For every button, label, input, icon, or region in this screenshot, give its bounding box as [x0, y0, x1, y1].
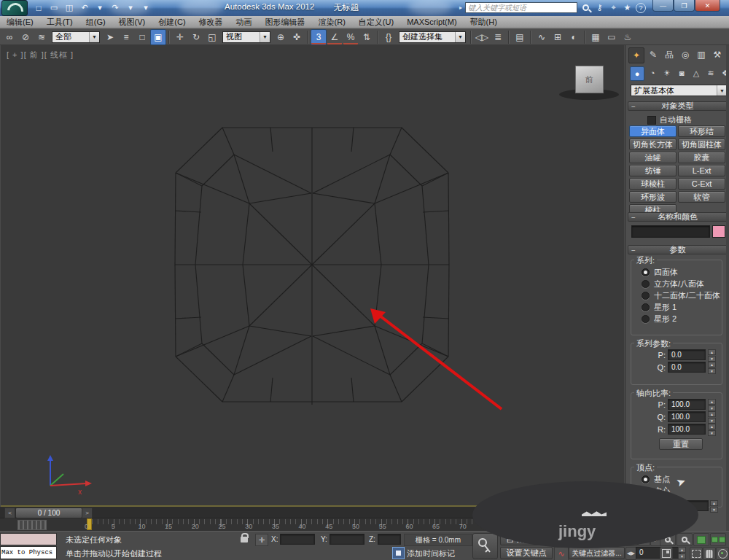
family-radio-0[interactable]	[642, 268, 650, 276]
qat-customize-icon[interactable]: ▾	[139, 1, 152, 14]
spinner-up-icon[interactable]: ▲	[708, 411, 716, 417]
use-pivot-point-center-icon[interactable]: ⊕	[273, 29, 289, 45]
redo-icon[interactable]: ↷	[109, 1, 122, 14]
family-radio-4[interactable]	[642, 315, 650, 323]
family-radio-3[interactable]	[642, 303, 650, 311]
family-option-2[interactable]: 十二面体/二十面体	[631, 289, 722, 301]
chevron-down-icon[interactable]: ▼	[260, 32, 270, 42]
select-object-icon[interactable]: ➤	[102, 29, 118, 45]
subtab-lights[interactable]: ☀	[660, 66, 674, 79]
reference-coordinate-system-dropdown[interactable]: 视图▼	[222, 31, 270, 43]
communication-center-icon[interactable]: ⌖	[608, 2, 619, 13]
axis-field-0[interactable]: 100.0	[668, 399, 706, 410]
spinner-down-icon[interactable]: ▼	[708, 356, 716, 362]
spinner-up-icon[interactable]: ▲	[708, 424, 716, 429]
redo-dropdown-icon[interactable]: ▾	[124, 1, 137, 14]
snaps-toggle-3d-icon[interactable]: 3	[311, 29, 327, 45]
key-mode-toggle-icon[interactable]: ◀▶	[625, 547, 636, 560]
menu-item-0[interactable]: 编辑(E)	[0, 16, 40, 28]
object-button-2[interactable]: 切角长方体	[629, 139, 677, 150]
chevron-down-icon[interactable]: ▼	[717, 85, 727, 96]
object-button-6[interactable]: 纺锤	[629, 165, 677, 176]
selection-filter-dropdown[interactable]: 全部▼	[52, 31, 100, 43]
zoom-extents-all-icon[interactable]	[710, 533, 726, 546]
category-dropdown[interactable]: 扩展基本体▼	[631, 85, 728, 96]
object-button-8[interactable]: 球棱柱	[629, 178, 677, 190]
menu-item-11[interactable]: 帮助(H)	[464, 16, 504, 28]
schematic-view-icon[interactable]: ⊞	[550, 29, 566, 45]
family-param-spinner-0[interactable]: ▲▼	[708, 349, 716, 360]
sign-in-key-icon[interactable]: ⚷	[594, 2, 605, 13]
menu-item-3[interactable]: 视图(V)	[112, 16, 152, 28]
menu-item-1[interactable]: 工具(T)	[40, 16, 79, 28]
set-key-button[interactable]: 设置关键点	[500, 547, 553, 559]
family-option-4[interactable]: 星形 2	[631, 313, 722, 324]
subtab-shapes[interactable]: ◔	[646, 66, 659, 79]
coord-z-field[interactable]	[378, 534, 401, 545]
family-option-3[interactable]: 星形 1	[631, 301, 722, 313]
axis-spinner-1[interactable]: ▲▼	[708, 411, 716, 422]
family-param-spinner-1[interactable]: ▲▼	[708, 362, 716, 373]
object-button-1[interactable]: 环形结	[678, 125, 725, 137]
object-button-4[interactable]: 油罐	[629, 152, 677, 163]
maxscript-mini-listener-pink[interactable]	[0, 533, 57, 545]
default-in-out-tangents-icon[interactable]: ∿	[554, 547, 569, 560]
tab-motion[interactable]: ◎	[678, 47, 693, 62]
rollout-parameters[interactable]: − 参数	[628, 245, 728, 254]
spinner-snap-toggle-icon[interactable]: ⇅	[359, 29, 375, 45]
align-icon[interactable]: ≣	[490, 29, 506, 45]
render-setup-icon[interactable]: ▦	[588, 29, 604, 45]
rendered-frame-window-icon[interactable]: ▭	[604, 29, 620, 45]
set-keys-button[interactable]	[472, 533, 498, 559]
isolate-selection-icon[interactable]	[392, 547, 405, 559]
save-file-icon[interactable]: ◫	[63, 1, 76, 14]
collapse-icon[interactable]: −	[631, 214, 636, 222]
object-button-5[interactable]: 胶囊	[678, 152, 725, 163]
rollout-name-color[interactable]: − 名称和颜色	[628, 212, 728, 222]
axis-spinner-2[interactable]: ▲▼	[708, 424, 716, 435]
object-button-10[interactable]: 环形波	[629, 191, 677, 203]
select-by-name-icon[interactable]: ≡	[118, 29, 134, 45]
subtab-helpers[interactable]: △	[690, 66, 703, 79]
object-name-field[interactable]	[631, 225, 710, 238]
undo-dropdown-icon[interactable]: ▾	[93, 1, 106, 14]
zoom-extents-icon[interactable]	[693, 533, 709, 546]
rollout-object-type[interactable]: − 对象类型	[628, 101, 728, 111]
autogrid-checkbox[interactable]	[647, 116, 656, 125]
menu-item-9[interactable]: 自定义(U)	[352, 16, 400, 28]
vertex-radio-0[interactable]	[642, 475, 650, 483]
object-button-0[interactable]: 异面体	[629, 125, 677, 137]
spinner-down-icon[interactable]: ▼	[708, 405, 716, 411]
render-production-icon[interactable]: ♨	[620, 29, 636, 45]
menu-item-2[interactable]: 组(G)	[79, 16, 112, 28]
spinner-up-icon[interactable]: ▲	[708, 362, 716, 368]
coord-y-field[interactable]	[330, 534, 364, 545]
object-button-3[interactable]: 切角圆柱体	[678, 139, 725, 150]
spinner-up-icon[interactable]: ▲	[708, 349, 716, 355]
spinner-up-icon[interactable]: ▲	[708, 399, 716, 405]
family-radio-2[interactable]	[642, 292, 650, 300]
open-file-icon[interactable]: ▭	[47, 1, 61, 14]
chevron-down-icon[interactable]: ▼	[89, 32, 99, 42]
object-color-swatch[interactable]	[712, 225, 725, 238]
tab-utilities[interactable]: ⚒	[710, 47, 725, 62]
percent-snap-toggle-icon[interactable]: %	[343, 29, 359, 45]
unlink-selection-icon[interactable]: ⊘	[17, 29, 34, 45]
maxscript-mini-listener-white[interactable]: Max to Physcs (	[0, 546, 57, 559]
collapse-icon[interactable]: −	[631, 103, 636, 111]
undo-icon[interactable]: ↶	[78, 1, 91, 14]
maximize-button[interactable]: ❐	[674, 0, 695, 12]
edit-named-selection-sets-icon[interactable]: {}	[381, 29, 397, 45]
viewcube[interactable]: 前	[559, 66, 620, 101]
key-filters-button[interactable]: 关键点过滤器...	[569, 547, 625, 559]
reset-button[interactable]: 重置	[659, 438, 703, 450]
frame-spinner[interactable]: ▲▼	[678, 547, 686, 557]
family-option-0[interactable]: 四面体	[631, 266, 722, 278]
close-button[interactable]: ✕	[695, 0, 720, 12]
select-and-rotate-icon[interactable]: ↻	[188, 29, 204, 45]
subtab-space-warps[interactable]: ≋	[704, 66, 717, 79]
tab-hierarchy[interactable]: 品	[662, 47, 677, 62]
family-param-field-0[interactable]: 0.0	[668, 349, 706, 360]
favorites-star-icon[interactable]: ★	[622, 2, 633, 13]
absolute-offset-mode-icon[interactable]: ✛	[255, 534, 268, 546]
